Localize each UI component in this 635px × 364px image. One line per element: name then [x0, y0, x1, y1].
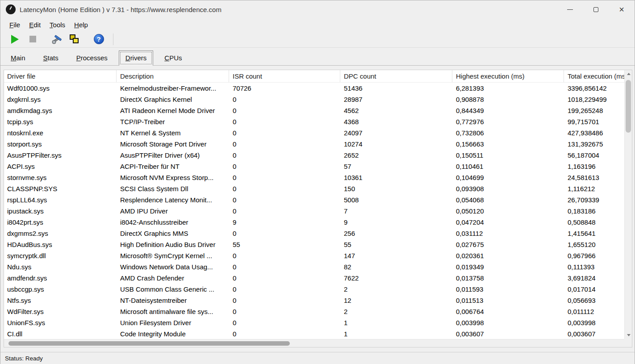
vertical-scroll-thumb[interactable]	[626, 80, 631, 133]
table-row[interactable]: dxgmms2.sys DirectX Graphics MMS 0 256 0…	[4, 228, 632, 239]
table-row[interactable]: tcpip.sys TCP/IP-Treiber 0 4368 0,772976…	[4, 116, 632, 127]
table-row[interactable]: amdkmdag.sys ATI Radeon Kernel Mode Driv…	[4, 105, 632, 116]
cell-driver-file: rspLLL64.sys	[4, 194, 117, 205]
stop-monitor-button[interactable]	[25, 32, 41, 46]
column-header-dpc-count[interactable]: DPC count	[340, 70, 452, 82]
cell-dpc-count: 10361	[340, 172, 452, 183]
table-row[interactable]: stornvme.sys Microsoft NVM Express Storp…	[4, 172, 632, 183]
tab-main[interactable]: Main	[4, 50, 32, 66]
cell-highest-execution: 0,110461	[452, 161, 564, 172]
menu-help[interactable]: Help	[70, 20, 92, 30]
cell-driver-file: WdFilter.sys	[4, 306, 117, 317]
table-row[interactable]: storport.sys Microsoft Storage Port Driv…	[4, 138, 632, 150]
cell-dpc-count: 9	[340, 217, 452, 228]
table-row[interactable]: CLASSPNP.SYS SCSI Class System Dll 0 150…	[4, 183, 632, 194]
cell-isr-count: 0	[229, 205, 340, 217]
scroll-up-icon[interactable]	[625, 70, 632, 78]
cell-driver-file: amdkmdag.sys	[4, 105, 117, 116]
tab-stats[interactable]: Stats	[37, 50, 65, 66]
cell-isr-count: 0	[229, 250, 340, 261]
cell-highest-execution: 0,031112	[452, 228, 564, 239]
cell-highest-execution: 0,844349	[452, 105, 564, 116]
cell-highest-execution: 0,050120	[452, 205, 564, 217]
column-header-isr-count[interactable]: ISR count	[229, 70, 340, 82]
cell-dpc-count: 256	[340, 228, 452, 239]
drivers-listview: Driver file Description ISR count DPC co…	[4, 70, 632, 347]
table-row[interactable]: UnionFS.sys Union Filesystem Driver 0 1 …	[4, 317, 632, 328]
options-button[interactable]	[49, 32, 65, 46]
cell-driver-file: dxgkrnl.sys	[4, 94, 117, 105]
cell-description: Resplendence Latency Monit...	[117, 194, 229, 205]
tab-cpus[interactable]: CPUs	[158, 50, 188, 66]
table-row[interactable]: Ntfs.sys NT-Dateisystemtreiber 0 12 0,01…	[4, 295, 632, 306]
cell-isr-count: 0	[229, 94, 340, 105]
play-icon	[11, 35, 19, 44]
cell-highest-execution: 0,093908	[452, 183, 564, 194]
cell-total-execution: 56,187004	[564, 150, 632, 161]
cell-isr-count: 0	[229, 194, 340, 205]
cell-description: TCP/IP-Treiber	[117, 116, 229, 127]
cell-isr-count: 0	[229, 138, 340, 150]
tab-processes[interactable]: Processes	[70, 50, 114, 66]
cell-total-execution: 0,003998	[564, 317, 632, 328]
cell-description: i8042-Anschlusstreiber	[117, 217, 229, 228]
table-row[interactable]: ntoskrnl.exe NT Kernel & System 0 24097 …	[4, 127, 632, 138]
cell-dpc-count: 10274	[340, 138, 452, 150]
horizontal-scrollbar[interactable]	[4, 339, 632, 347]
column-header-description[interactable]: Description	[117, 70, 229, 82]
maximize-button[interactable]	[583, 0, 609, 18]
cell-highest-execution: 0,027675	[452, 239, 564, 250]
cell-driver-file: amdfendr.sys	[4, 272, 117, 284]
menu-edit[interactable]: Edit	[25, 20, 45, 30]
horizontal-scroll-thumb[interactable]	[8, 341, 290, 346]
column-header-driver-file[interactable]: Driver file	[4, 70, 117, 82]
table-row[interactable]: dxgkrnl.sys DirectX Graphics Kernel 0 28…	[4, 94, 632, 105]
cell-description: Microsoft® SymCrypt Kernel ...	[117, 250, 229, 261]
menu-file[interactable]: File	[5, 20, 25, 30]
cell-description: NT Kernel & System	[117, 127, 229, 138]
cell-description: AMD IPU Driver	[117, 205, 229, 217]
tab-drivers[interactable]: Drivers	[119, 50, 154, 66]
scroll-down-icon[interactable]	[625, 331, 632, 339]
cell-total-execution: 1,415641	[564, 228, 632, 239]
cell-dpc-count: 7622	[340, 272, 452, 284]
table-row[interactable]: HDAudBus.sys High Definition Audio Bus D…	[4, 239, 632, 250]
column-header-total-execution[interactable]: Total execution (ms)	[564, 70, 632, 82]
cell-highest-execution: 0,003998	[452, 317, 564, 328]
table-row[interactable]: amdfendr.sys AMD Crash Defender 0 7622 0…	[4, 272, 632, 284]
cell-isr-count: 0	[229, 150, 340, 161]
table-row[interactable]: AsusPTPFilter.sys AsusPTPFilter Driver (…	[4, 150, 632, 161]
cell-driver-file: ipustack.sys	[4, 205, 117, 217]
close-button[interactable]: ×	[609, 0, 635, 18]
cell-description: DirectX Graphics Kernel	[117, 94, 229, 105]
cell-driver-file: HDAudBus.sys	[4, 239, 117, 250]
cell-isr-count: 0	[229, 272, 340, 284]
report-button[interactable]	[67, 32, 83, 46]
cell-dpc-count: 55	[340, 239, 452, 250]
table-row[interactable]: Ndu.sys Windows Network Data Usag... 0 8…	[4, 261, 632, 272]
column-header-highest-execution[interactable]: Highest execution (ms)	[452, 70, 564, 82]
cell-description: USB Common Class Generic ...	[117, 284, 229, 295]
table-row[interactable]: Wdf01000.sys Kernelmodustreiber-Framewor…	[4, 83, 632, 94]
table-row[interactable]: ipustack.sys AMD IPU Driver 0 7 0,050120…	[4, 205, 632, 217]
start-monitor-button[interactable]	[7, 32, 23, 46]
cell-description: Union Filesystem Driver	[117, 317, 229, 328]
cell-total-execution: 199,265248	[564, 105, 632, 116]
table-row[interactable]: WdFilter.sys Microsoft antimalware file …	[4, 306, 632, 317]
table-row[interactable]: ACPI.sys ACPI-Treiber für NT 0 57 0,1104…	[4, 161, 632, 172]
table-row[interactable]: usbccgp.sys USB Common Class Generic ...…	[4, 284, 632, 295]
table-row[interactable]: symcryptk.dll Microsoft® SymCrypt Kernel…	[4, 250, 632, 261]
table-row[interactable]: CI.dll Code Integrity Module 0 1 0,00360…	[4, 328, 632, 339]
table-row[interactable]: i8042prt.sys i8042-Anschlusstreiber 9 9 …	[4, 217, 632, 228]
help-button[interactable]: ?	[91, 32, 107, 46]
cell-driver-file: CI.dll	[4, 328, 117, 339]
window-controls: ×	[557, 0, 635, 18]
cell-dpc-count: 1	[340, 328, 452, 339]
table-row[interactable]: rspLLL64.sys Resplendence Latency Monit.…	[4, 194, 632, 205]
cell-dpc-count: 82	[340, 261, 452, 272]
menu-tools[interactable]: Tools	[45, 20, 70, 30]
cell-dpc-count: 28987	[340, 94, 452, 105]
minimize-button[interactable]	[557, 0, 583, 18]
cell-driver-file: usbccgp.sys	[4, 284, 117, 295]
vertical-scrollbar[interactable]	[624, 70, 632, 339]
